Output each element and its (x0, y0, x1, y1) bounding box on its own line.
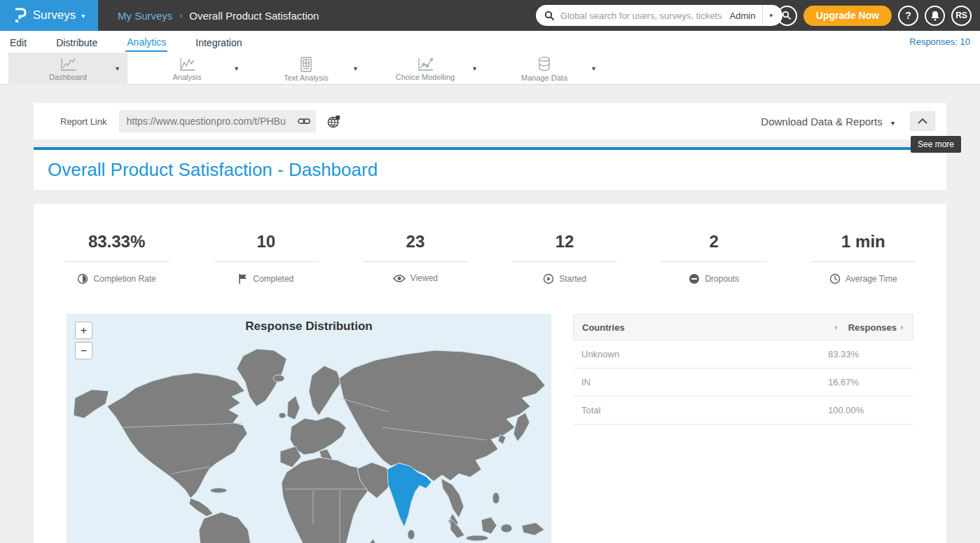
table-header: Countries ▲▼ Responses ▲▼ (573, 314, 913, 341)
stat-label: Dropouts (705, 274, 739, 284)
clock-icon (829, 273, 841, 284)
breadcrumb-my-surveys[interactable]: My Surveys (118, 10, 172, 22)
sort-icon[interactable]: ▲▼ (899, 325, 904, 330)
stat-value: 23 (340, 232, 490, 252)
chevron-down-icon[interactable]: ▾ (235, 64, 238, 72)
alaska-region (74, 390, 109, 418)
sri-lanka-region (408, 530, 415, 539)
dashboard-card: 83.33% Completion Rate 10 (34, 204, 946, 543)
stat-label: Started (559, 274, 586, 284)
stat-label: Average Time (846, 274, 897, 284)
tab-distribute[interactable]: Distribute (55, 33, 99, 51)
stat-value: 12 (490, 232, 640, 252)
stat-value: 1 min (789, 232, 938, 252)
central-america-region (189, 498, 213, 516)
text-analysis-icon (298, 56, 314, 73)
global-search-input[interactable] (560, 11, 730, 21)
country-cell: Unknown (581, 349, 828, 359)
survey-nav: Edit Distribute Analytics Integration Re… (0, 31, 980, 53)
philippines-region (492, 493, 499, 504)
search-scope-label: Admin (730, 11, 763, 21)
toolbar-dashboard[interactable]: Dashboard ▾ (8, 53, 127, 85)
breadcrumb: My Surveys › Overall Product Satisfactio… (118, 10, 319, 22)
analysis-chart-icon (178, 57, 196, 72)
play-circle-icon (543, 273, 554, 284)
share-settings-button[interactable] (327, 115, 340, 128)
report-url-input[interactable] (126, 116, 298, 127)
stat-completed: 10 Completed (191, 232, 340, 284)
response-distribution-map: Response Distribution + − (67, 314, 551, 543)
table-row: Total 100.00% (573, 397, 913, 425)
tab-edit[interactable]: Edit (8, 33, 28, 51)
stat-started: 12 Started (490, 232, 640, 284)
stat-value: 2 (640, 232, 789, 252)
report-link-bar: Report Link Download Data & Reports ▾ (34, 103, 946, 139)
tab-integration[interactable]: Integration (194, 33, 243, 51)
help-button[interactable]: ? (898, 6, 918, 26)
breadcrumb-separator-icon: › (179, 11, 182, 20)
toolbar-label: Manage Data (521, 74, 567, 82)
ireland-region (279, 413, 286, 418)
stats-row: 83.33% Completion Rate 10 (34, 232, 946, 284)
chevron-down-icon: ▾ (81, 12, 85, 20)
user-avatar[interactable]: RS (951, 6, 972, 26)
chevron-down-icon[interactable]: ▾ (354, 64, 357, 72)
indochina-region (441, 479, 464, 518)
toolbar-choice-modelling[interactable]: Choice Modelling ▾ (366, 53, 485, 85)
zoom-in-button[interactable]: + (75, 322, 92, 339)
stat-label: Viewed (410, 273, 438, 283)
table-row: IN 16.67% (573, 369, 913, 397)
responses-cell: 100.00% (828, 405, 905, 415)
completion-rate-icon (77, 273, 88, 284)
south-america-region (199, 512, 251, 543)
responses-cell: 16.67% (828, 377, 905, 387)
toolbar-manage-data[interactable]: Manage Data ▾ (485, 53, 604, 85)
stat-average-time: 1 min Average Time (789, 232, 938, 284)
chevron-down-icon: ▾ (891, 119, 895, 127)
bell-icon (930, 11, 940, 21)
questionpro-logo-icon (13, 8, 27, 23)
stat-divider (512, 261, 617, 262)
tab-analytics[interactable]: Analytics (125, 32, 167, 52)
stat-divider (64, 261, 170, 262)
globe-lock-icon (327, 115, 340, 128)
product-name: Surveys (33, 8, 76, 22)
topbar-actions: Upgrade Now ? RS (777, 0, 972, 31)
database-icon (537, 56, 552, 73)
zoom-out-button[interactable]: − (75, 342, 92, 359)
minus-circle-icon (689, 273, 700, 284)
upgrade-now-button[interactable]: Upgrade Now (803, 6, 892, 26)
download-data-reports-dropdown[interactable]: Download Data & Reports ▾ (761, 116, 895, 128)
collapse-report-bar-button[interactable] (910, 111, 935, 131)
global-search: Admin ▾ (536, 5, 782, 26)
dashboard-content: Report Link Download Data & Reports ▾ (0, 85, 980, 543)
report-link-label: Report Link (60, 116, 106, 127)
stat-value: 83.33% (42, 232, 191, 252)
toolbar-label: Dashboard (49, 73, 87, 81)
chevron-down-icon[interactable]: ▾ (592, 64, 595, 72)
toolbar-label: Choice Modelling (396, 73, 455, 81)
asia-region (339, 350, 545, 481)
link-icon[interactable] (298, 117, 310, 125)
choice-modelling-icon (416, 57, 434, 72)
search-scope-dropdown[interactable]: ▾ (763, 12, 775, 19)
toolbar-analysis[interactable]: Analysis ▾ (127, 53, 247, 85)
countries-column-header[interactable]: Countries (582, 322, 831, 333)
countries-table: Countries ▲▼ Responses ▲▼ Unknown 83.33%… (573, 314, 913, 543)
title-card: Overall Product Satisfaction - Dashboard (34, 150, 946, 190)
sulawesi-region (501, 524, 512, 532)
search-button[interactable] (777, 6, 797, 26)
surveys-menu-button[interactable]: Surveys ▾ (0, 0, 98, 31)
north-america-region (107, 373, 247, 498)
country-cell: IN (581, 377, 828, 387)
notifications-button[interactable] (925, 6, 945, 26)
download-label: Download Data & Reports (761, 116, 882, 128)
search-icon (782, 11, 792, 20)
chevron-down-icon[interactable]: ▾ (116, 64, 119, 72)
toolbar-text-analysis[interactable]: Text Analysis ▾ (247, 53, 366, 85)
sort-icon[interactable]: ▲▼ (834, 325, 838, 330)
responses-column-header[interactable]: Responses (848, 322, 897, 333)
stat-label: Completion Rate (93, 274, 156, 284)
chevron-down-icon[interactable]: ▾ (473, 64, 476, 72)
world-map[interactable] (67, 314, 551, 543)
